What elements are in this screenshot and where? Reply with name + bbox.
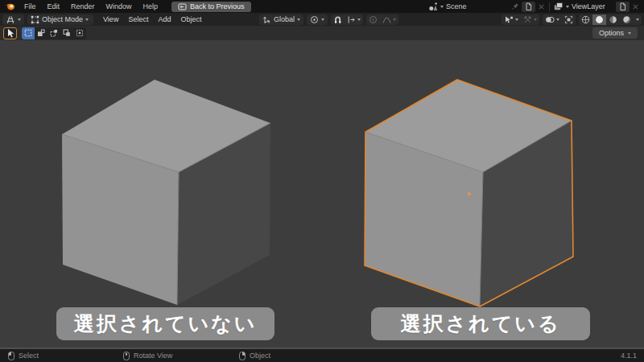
shading-rendered-button[interactable] [620,14,634,25]
select-mode-set-button[interactable] [22,27,35,39]
cube-selected[interactable] [365,80,573,306]
menu-help[interactable]: Help [138,0,164,13]
options-button-label: Options [599,29,624,37]
options-button[interactable]: Options [592,27,638,39]
remove-view-layer-icon[interactable] [632,3,639,10]
overlays-group [543,14,576,25]
select-invert-icon [63,29,71,37]
pivot-point-icon [310,15,319,24]
menu-view[interactable]: View [98,13,123,26]
xray-toggle-button[interactable] [562,14,576,25]
scene-selector[interactable]: Scene [428,1,545,12]
chevron-down-icon [393,19,396,21]
select-extend-icon [37,29,45,37]
magnet-icon [333,15,342,24]
proportional-edit-toggle[interactable] [366,14,380,25]
new-view-layer-button[interactable] [616,2,630,12]
scene-name-value[interactable]: Scene [446,2,509,10]
unlink-scene-icon[interactable] [538,3,545,10]
visibility-gizmo-group [502,14,539,25]
viewport-menus: View Select Add Object [98,13,206,26]
select-intersect-icon [76,29,84,37]
xray-icon [564,15,573,24]
solid-shading-icon [595,15,604,24]
chevron-down-icon [515,19,518,21]
select-mode-intersect-button[interactable] [73,27,86,39]
cursor-arrow-icon [6,28,14,39]
proportional-falloff-dropdown[interactable] [380,14,398,25]
view-layer-icon [554,2,564,11]
left-mouse-icon [8,352,14,360]
shading-wireframe-button[interactable] [579,14,592,25]
transform-snap-cluster: Global [259,14,398,25]
back-arrow-icon [178,3,187,10]
chevron-down-icon [85,19,89,21]
blender-window: File Edit Render Window Help Back to Pre… [0,0,644,362]
chevron-down-icon [18,19,21,21]
proportional-edit-group [366,14,398,25]
status-rotate-view-label: Rotate View [134,352,172,360]
select-mode-segment [22,27,86,39]
view-layer-selector[interactable]: ViewLayer [554,1,639,12]
menu-object[interactable]: Object [175,13,206,26]
blender-logo-icon[interactable] [5,2,15,11]
snap-toggle-button[interactable] [331,14,345,25]
pivot-point-dropdown[interactable] [307,14,328,25]
object-origin-dot [468,192,471,195]
new-scene-button[interactable] [522,2,535,12]
viewport-3d[interactable]: 選択されていない 選択されている [0,40,644,348]
mode-dropdown[interactable]: Object Mode [27,14,93,25]
unselected-cube-label: 選択されていない [56,307,275,340]
shading-material-button[interactable] [606,14,620,25]
editor-type-button[interactable] [2,14,24,25]
topbar-separator [549,2,550,11]
middle-mouse-icon [123,352,130,360]
gizmo-icon [523,15,532,24]
viewport-canvas[interactable] [0,40,644,348]
snap-to-icon [347,15,356,24]
pin-icon[interactable] [511,2,519,10]
tool-settings-bar: Options [0,26,644,40]
rendered-shading-icon [622,15,631,24]
select-mode-subtract-button[interactable] [47,27,60,39]
status-left-mouse-hint: Select [8,349,39,362]
overlays-dropdown[interactable] [543,14,562,25]
topbar: File Edit Render Window Help Back to Pre… [0,0,644,13]
select-mode-extend-button[interactable] [35,27,47,39]
shading-solid-button[interactable] [592,14,606,25]
status-right-mouse-hint: Object [239,349,270,362]
active-tool-select-box-button[interactable] [3,27,17,39]
right-mouse-icon [239,352,246,360]
show-object-types-dropdown[interactable] [502,14,521,25]
editor-type-icon [6,15,15,24]
select-mode-invert-button[interactable] [60,27,73,39]
menu-edit[interactable]: Edit [42,0,66,13]
scene-icon [428,2,438,11]
back-to-previous-button[interactable]: Back to Previous [171,2,251,12]
chevron-down-icon [556,19,559,21]
chevron-down-icon [534,19,537,21]
mode-dropdown-value: Object Mode [42,15,83,23]
object-mode-icon [31,15,39,24]
view-layer-name-value[interactable]: ViewLayer [572,2,613,10]
back-button-label: Back to Previous [190,2,245,10]
status-select-label: Select [19,352,39,360]
shading-mode-group [579,14,642,25]
menu-select[interactable]: Select [123,13,153,26]
menu-file[interactable]: File [19,0,42,13]
menu-window[interactable]: Window [101,0,138,13]
snap-to-dropdown[interactable] [345,14,363,25]
status-bar: Select Rotate View Object 4.1.1 [0,349,644,362]
show-object-types-icon [504,15,514,24]
orientation-dropdown[interactable]: Global [259,14,303,25]
menu-add[interactable]: Add [153,13,175,26]
chevron-down-icon [628,32,631,35]
snapping-group [331,14,363,25]
orientation-value: Global [274,15,295,23]
gizmos-dropdown[interactable] [521,14,539,25]
blender-version: 4.1.1 [621,349,637,362]
select-set-icon [24,29,32,37]
cube-unselected[interactable] [62,80,270,305]
shading-dropdown[interactable] [634,14,642,25]
menu-render[interactable]: Render [65,0,101,13]
